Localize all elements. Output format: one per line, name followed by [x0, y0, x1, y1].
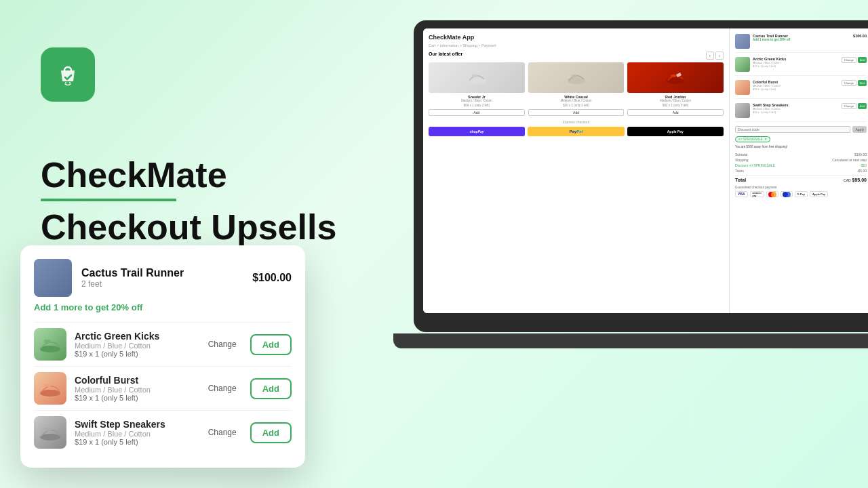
swift-info: Swift Step Sneakers Medium / Blue / Cott…	[753, 103, 839, 114]
laptop-base	[393, 333, 868, 348]
popup-swift-name: Swift Step Sneakers	[75, 419, 195, 430]
colorful-thumb	[735, 80, 750, 95]
cart-main-thumb	[735, 34, 750, 49]
arctic-thumb	[735, 57, 750, 72]
red-jordan-img	[627, 62, 724, 93]
popup-arctic-name: Arctic Green Kicks	[75, 331, 195, 342]
screen-product-white: White Casual Medium / Blue / Cotton $30 …	[528, 62, 625, 116]
screen-cart-panel: Cactus Trail Runner Add 1 more to get 20…	[730, 28, 868, 313]
cart-main-price: $100.00	[853, 34, 867, 38]
colorful-change-btn[interactable]: Change	[842, 80, 856, 86]
popup-arctic-add-btn[interactable]: Add	[250, 334, 292, 355]
cart-item-arctic: Arctic Green Kicks Medium / Blue / Cotto…	[735, 57, 867, 76]
svg-rect-18	[44, 384, 51, 387]
svg-point-13	[41, 278, 64, 287]
sneakz-variant: Medium / Blue / Cotton	[429, 99, 525, 102]
white-casual-add[interactable]: Add	[528, 109, 625, 116]
visa-icon: VISA	[735, 191, 748, 197]
jordan-variant: Medium / Blue / Cotton	[627, 99, 724, 102]
headline-underline	[41, 199, 176, 201]
popup-colorful-change-btn[interactable]: Change	[203, 381, 242, 396]
popup-title-group: Cactus Trail Runner 2 feet	[81, 267, 243, 289]
colorful-add-btn[interactable]: Add	[858, 80, 867, 86]
cart-main-upsell: Add 1 more to get 20% off	[753, 38, 850, 41]
svg-rect-6	[572, 75, 577, 77]
summary-taxes: Taxes -$5.00	[735, 169, 867, 173]
popup-item-swift: Swift Step Sneakers Medium / Blue / Cott…	[34, 410, 292, 454]
popup-item-arctic: Arctic Green Kicks Medium / Blue / Cotto…	[34, 322, 292, 366]
prev-arrow[interactable]: ‹	[706, 52, 714, 60]
svg-point-1	[65, 82, 66, 83]
swift-price: $10 x 1 (only 5 left)	[753, 110, 839, 114]
screen-app-title: CheckMate App	[429, 34, 724, 41]
svg-point-2	[69, 82, 71, 83]
amazon-pay-icon: amazonpay	[750, 191, 764, 197]
popup-colorful-variant: Medium / Blue / Cotton	[75, 386, 195, 394]
popup-product-img	[34, 259, 72, 297]
laptop-screen: CheckMate App Cart > Information > Shipp…	[423, 28, 868, 313]
swift-thumb	[735, 103, 750, 118]
svg-rect-20	[44, 428, 51, 431]
popup-feet: 2 feet	[81, 279, 243, 289]
arctic-add-btn[interactable]: Add	[858, 57, 867, 63]
popup-arctic-variant: Medium / Blue / Cotton	[75, 342, 195, 350]
right-panel: CheckMate App Cart > Information > Shipp…	[393, 20, 868, 400]
discount-apply-btn[interactable]: Apply	[852, 126, 867, 133]
popup-arctic-price: $19 x 1 (only 5 left)	[75, 350, 195, 358]
swift-add-btn[interactable]: Add	[858, 103, 867, 109]
arctic-change-btn[interactable]: Change	[842, 57, 856, 63]
screen-offer-title: Our latest offer	[429, 52, 724, 56]
popup-item-colorful: Colorful Burst Medium / Blue / Cotton $1…	[34, 366, 292, 410]
popup-arctic-img	[34, 328, 66, 361]
white-casual-variant: Medium / Blue / Cotton	[528, 99, 625, 102]
gpay-icon: G Pay	[795, 191, 808, 197]
paypal-btn[interactable]: PayPal	[528, 127, 624, 136]
popup-colorful-name: Colorful Burst	[75, 375, 195, 386]
jordan-price: $82 x 1 (only 5 left)	[627, 104, 724, 107]
cart-main-item: Cactus Trail Runner Add 1 more to get 20…	[735, 34, 867, 53]
screen-breadcrumb: Cart > Information > Shipping > Payment	[429, 43, 724, 47]
jordan-add[interactable]: Add	[627, 109, 724, 116]
popup-swift-info: Swift Step Sneakers Medium / Blue / Cott…	[75, 419, 195, 446]
promo-tag: 🏷 SPRINGSALE ✕	[735, 136, 770, 142]
screen-product-jordan: Red Jordan Medium / Blue / Cotton $82 x …	[627, 62, 724, 116]
headline-checkmate: CheckMate	[41, 156, 353, 195]
mc2-icon	[781, 191, 793, 197]
svg-point-12	[785, 192, 791, 197]
summary-subtotal: Subtotal $100.00	[735, 152, 867, 157]
laptop-outer: CheckMate App Cart > Information > Shipp…	[414, 20, 868, 332]
screen-nav-arrows[interactable]: ‹ ›	[706, 52, 724, 60]
colorful-price: $10 x 1 (only 5 left)	[753, 87, 839, 91]
swift-change-btn[interactable]: Change	[842, 103, 856, 109]
svg-rect-4	[472, 75, 477, 77]
cart-main-info: Cactus Trail Runner Add 1 more to get 20…	[753, 34, 850, 42]
cart-item-swift: Swift Step Sneakers Medium / Blue / Cott…	[735, 103, 867, 122]
popup-colorful-img	[34, 372, 66, 405]
popup-swift-variant: Medium / Blue / Cotton	[75, 430, 195, 438]
popup-colorful-add-btn[interactable]: Add	[250, 378, 292, 399]
sneakz-add[interactable]: Add	[429, 109, 525, 116]
popup-swift-price: $19 x 1 (only 5 left)	[75, 438, 195, 446]
popup-card: Cactus Trail Runner 2 feet $100.00 Add 1…	[20, 245, 305, 468]
discount-input[interactable]	[735, 126, 850, 133]
express-buttons: shopPay PayPal Apple Pay	[429, 127, 724, 136]
apple-pay-btn[interactable]: Apple Pay	[627, 127, 724, 136]
summary-total: Total CAD $95.00	[735, 175, 867, 182]
arctic-info: Arctic Green Kicks Medium / Blue / Cotto…	[753, 57, 839, 68]
popup-header: Cactus Trail Runner 2 feet $100.00	[34, 259, 292, 297]
screen-product-sneakz: Sneakz Jr Medium / Blue / Cotton $69 x 1…	[429, 62, 525, 116]
popup-swift-add-btn[interactable]: Add	[250, 422, 292, 443]
cart-item-colorful: Colorful Burst Medium / Blue / Cotton $1…	[735, 80, 867, 99]
next-arrow[interactable]: ›	[715, 52, 724, 60]
popup-arctic-change-btn[interactable]: Change	[203, 337, 242, 352]
white-casual-price: $30 x 1 (only 3 left)	[528, 104, 625, 107]
popup-swift-change-btn[interactable]: Change	[203, 425, 242, 440]
promo-code: SPRINGSALE	[743, 138, 763, 141]
popup-price: $100.00	[252, 272, 292, 284]
colorful-info: Colorful Burst Medium / Blue / Cotton $1…	[753, 80, 839, 91]
sneakz-price: $69 x 1 (only 2 left)	[429, 104, 525, 107]
popup-upsell-msg: Add 1 more to get 20% off	[34, 302, 292, 312]
shopify-pay-btn[interactable]: shopPay	[429, 127, 525, 136]
popup-product-name: Cactus Trail Runner	[81, 267, 243, 279]
app-icon	[41, 47, 95, 102]
